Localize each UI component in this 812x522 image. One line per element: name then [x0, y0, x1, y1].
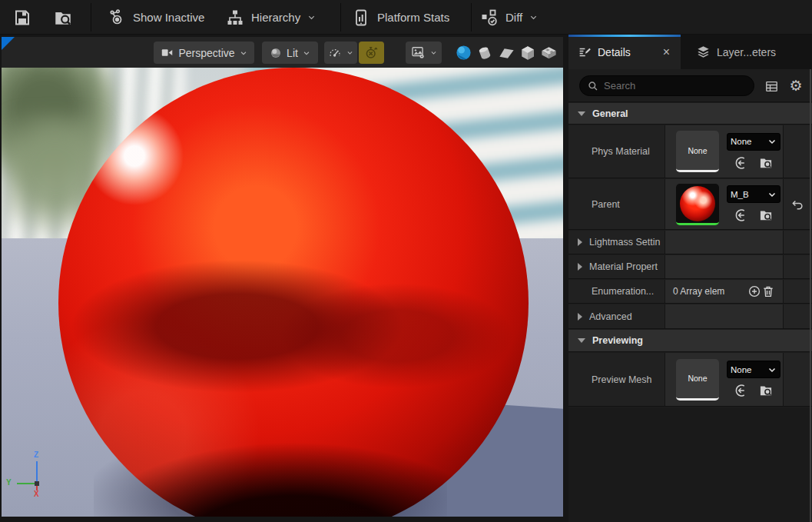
lit-label: Lit	[287, 47, 298, 59]
thumbnail-none-label: None	[688, 374, 707, 383]
preview-shape-cylinder-button[interactable]	[475, 43, 495, 62]
platform-stats-icon	[352, 8, 370, 27]
preview-shape-cube-button[interactable]	[518, 43, 538, 62]
save-icon	[13, 8, 31, 27]
preview-shape-custom-button[interactable]	[539, 43, 558, 62]
row-reset-cell	[784, 255, 811, 278]
search-icon	[588, 81, 598, 91]
screenshot-dropdown[interactable]	[406, 42, 442, 64]
toolbar-separator	[340, 3, 341, 32]
tab-details[interactable]: Details ×	[568, 35, 681, 69]
tab-details-label: Details	[598, 46, 631, 58]
z-axis-label: Z	[34, 451, 38, 459]
preview-mesh-value: None None	[665, 353, 784, 406]
asset-thumbnail-none[interactable]: None	[676, 131, 719, 172]
stopwatch-x-icon	[364, 45, 379, 60]
hierarchy-button[interactable]: Hierarchy	[226, 0, 316, 35]
cylinder-shape-icon	[476, 45, 493, 62]
tab-layer-parameters[interactable]: Layer...eters	[687, 35, 785, 69]
parent-label: Parent	[568, 179, 665, 229]
section-previewing[interactable]: Previewing	[568, 330, 812, 352]
preview-mesh-combo[interactable]: None	[727, 361, 781, 378]
viewport-scene[interactable]: Z Y X	[2, 68, 563, 517]
parent-material-thumbnail[interactable]	[676, 184, 719, 225]
expander-arrow-icon[interactable]	[578, 238, 582, 246]
browse-to-asset-icon-button[interactable]	[758, 208, 774, 223]
advanced-label: Advanced	[589, 311, 632, 322]
red-material-preview	[680, 186, 715, 221]
row-reset-cell	[784, 304, 811, 328]
phys-material-value: None None	[665, 125, 784, 178]
row-phys-material: Phys Material None None	[568, 125, 812, 178]
platform-stats-button[interactable]: Platform Stats	[352, 0, 449, 35]
panel-tab-bar: Details × Layer...eters	[568, 35, 812, 69]
save-button[interactable]	[6, 0, 38, 35]
material-instance-editor-window: Show Inactive Hierarchy Platform Stats D…	[0, 0, 812, 522]
settings-button[interactable]: ⚙	[786, 75, 806, 96]
hierarchy-label: Hierarchy	[251, 11, 300, 24]
close-icon[interactable]: ×	[661, 45, 671, 59]
phys-material-combo[interactable]: None	[727, 133, 781, 151]
folder-search-icon	[53, 8, 73, 28]
asset-thumbnail-none[interactable]: None	[676, 359, 719, 401]
panel-scrollbar[interactable]	[810, 69, 811, 522]
show-inactive-button[interactable]: Show Inactive	[108, 0, 204, 35]
x-axis-label: X	[34, 490, 39, 498]
material-preview-sphere	[58, 68, 529, 517]
expander-arrow-icon[interactable]	[578, 263, 582, 271]
cube-shape-icon	[519, 45, 536, 62]
use-selected-asset-button[interactable]	[734, 383, 749, 398]
search-row: ⚙	[568, 69, 812, 102]
preview-mesh-label: Preview Mesh	[568, 353, 665, 406]
lightmass-label: Lightmass Settin	[589, 237, 660, 248]
chevron-down-icon	[767, 137, 777, 146]
brick-shape-icon	[540, 44, 558, 62]
view-options-dropdown[interactable]	[324, 42, 357, 64]
chevron-down-icon	[430, 49, 437, 56]
section-previewing-label: Previewing	[592, 335, 643, 346]
row-material-properties[interactable]: Material Propert	[568, 255, 812, 279]
combo-value: None	[731, 365, 767, 374]
lit-mode-dropdown[interactable]: Lit	[262, 42, 318, 64]
main-toolbar: Show Inactive Hierarchy Platform Stats D…	[0, 0, 812, 35]
chevron-down-icon	[307, 13, 316, 22]
row-parent: Parent M_B	[568, 179, 812, 230]
chevron-down-icon	[240, 49, 247, 57]
preview-shape-plane-button[interactable]	[496, 43, 516, 62]
section-general[interactable]: General	[568, 103, 812, 125]
gizmo-origin	[35, 481, 39, 486]
parent-combo[interactable]: M_B	[727, 185, 781, 203]
display-filter-button[interactable]	[762, 77, 781, 95]
chevron-down-icon	[303, 49, 310, 57]
row-reset-cell	[784, 179, 811, 229]
tab-layers-label: Layer...eters	[717, 46, 776, 58]
diff-icon	[480, 8, 499, 27]
browse-to-asset-icon-button[interactable]	[758, 155, 774, 171]
combo-value: M_B	[731, 190, 767, 199]
empty-value-cell	[665, 304, 784, 328]
reset-to-default-button[interactable]	[790, 198, 804, 211]
add-array-element-button[interactable]	[747, 284, 761, 298]
row-preview-mesh: Preview Mesh None None	[568, 353, 812, 407]
perspective-dropdown[interactable]: Perspective	[154, 42, 254, 64]
browse-to-asset-button[interactable]	[46, 0, 80, 35]
perspective-label: Perspective	[178, 47, 234, 59]
use-selected-asset-button[interactable]	[734, 155, 749, 171]
phys-material-label: Phys Material	[568, 125, 665, 178]
platform-stats-label: Platform Stats	[377, 11, 449, 24]
row-advanced[interactable]: Advanced	[568, 304, 812, 329]
material-properties-label: Material Propert	[589, 261, 658, 272]
use-selected-asset-button[interactable]	[734, 208, 749, 223]
realtime-off-toggle[interactable]	[359, 42, 384, 64]
row-lightmass-settings[interactable]: Lightmass Settin	[568, 231, 812, 254]
diff-button[interactable]: Diff	[480, 0, 538, 35]
preview-shape-sphere-button[interactable]	[453, 43, 473, 62]
expander-arrow-icon[interactable]	[578, 313, 582, 321]
thumbnail-none-label: None	[688, 146, 707, 155]
delete-array-button[interactable]	[761, 284, 775, 298]
search-input[interactable]	[604, 80, 746, 91]
empty-panel-area	[568, 407, 812, 522]
section-general-label: General	[592, 108, 628, 119]
browse-to-asset-icon-button[interactable]	[758, 383, 774, 398]
toolbar-separator	[471, 3, 472, 32]
